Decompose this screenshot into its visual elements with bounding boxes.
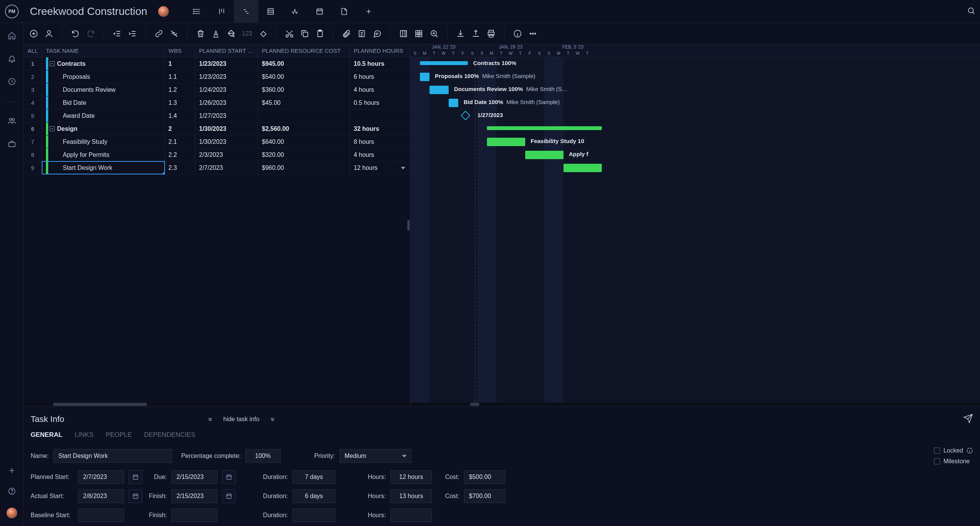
col-cost[interactable]: PLANNED RESOURCE COST [258, 44, 350, 57]
print-icon[interactable] [487, 29, 496, 38]
chevron-down-icon[interactable] [207, 416, 213, 422]
wbs-cell[interactable]: 2.2 [165, 148, 195, 161]
add-task-icon[interactable] [29, 29, 38, 38]
cost-cell[interactable]: $945.00 [258, 57, 350, 70]
link-icon[interactable] [154, 29, 163, 38]
cut-icon[interactable] [285, 29, 294, 38]
calendar-icon[interactable] [222, 489, 236, 503]
hide-task-info-button[interactable]: hide task info [223, 416, 259, 423]
gantt-h-scrollbar[interactable] [410, 402, 980, 406]
planned-hours-field[interactable]: 12 hours [390, 470, 432, 484]
col-task-name[interactable]: TASK NAME [42, 44, 165, 57]
task-name-cell[interactable]: Bid Date [42, 96, 165, 109]
row-number[interactable]: 8 [24, 148, 42, 161]
start-cell[interactable]: 1/30/2023 [195, 135, 258, 148]
view-add-icon[interactable] [356, 0, 381, 23]
due-field[interactable]: 2/15/2023 [172, 470, 217, 484]
gantt-bar[interactable] [564, 164, 602, 172]
row-number[interactable]: 7 [24, 135, 42, 148]
add-icon[interactable] [8, 466, 16, 476]
collapse-icon[interactable]: − [50, 126, 55, 131]
row-number[interactable]: 3 [24, 83, 42, 96]
planned-cost-field[interactable]: $500.00 [464, 470, 505, 484]
task-name-cell[interactable]: Feasibility Study [42, 135, 165, 148]
cost-cell[interactable] [258, 109, 350, 122]
logo[interactable]: PM [5, 5, 19, 18]
paste-icon[interactable] [315, 29, 325, 38]
hours-cell[interactable]: 6 hours [350, 70, 410, 83]
task-row[interactable]: 4Bid Date1.31/26/2023$45.000.5 hours [24, 96, 410, 109]
copy-icon[interactable] [300, 29, 309, 38]
actual-start-field[interactable]: 2/8/2023 [78, 489, 124, 503]
start-cell[interactable]: 2/7/2023 [195, 161, 258, 174]
planned-start-field[interactable]: 2/7/2023 [78, 470, 124, 484]
comment-icon[interactable] [372, 29, 382, 38]
outdent-icon[interactable] [113, 29, 122, 38]
export-icon[interactable] [471, 29, 480, 38]
project-avatar[interactable] [158, 6, 169, 17]
task-row[interactable]: 5Award Date1.41/27/2023 [24, 109, 410, 122]
row-number[interactable]: 6 [24, 122, 42, 135]
task-name-cell[interactable]: Apply for Permits [42, 148, 165, 161]
cost-cell[interactable]: $2,560.00 [258, 122, 350, 135]
hours-cell[interactable]: 4 hours [350, 83, 410, 96]
columns-icon[interactable] [399, 29, 408, 38]
priority-select[interactable]: Medium [340, 449, 412, 463]
view-sheet-icon[interactable] [258, 0, 283, 23]
start-cell[interactable]: 2/3/2023 [195, 148, 258, 161]
start-cell[interactable]: 1/23/2023 [195, 70, 258, 83]
hours-cell[interactable]: 8 hours [350, 135, 410, 148]
planned-duration-field[interactable]: 7 days [292, 470, 335, 484]
gantt-bar[interactable] [430, 86, 449, 94]
start-cell[interactable]: 1/26/2023 [195, 96, 258, 109]
gantt-chart[interactable]: JAN, 22 '23JAN, 29 '23FEB, 5 '23 SMTWTFS… [410, 44, 980, 406]
tab-people[interactable]: PEOPLE [106, 431, 132, 439]
info-icon[interactable] [513, 29, 522, 38]
grid-icon[interactable] [414, 29, 423, 38]
task-row[interactable]: 6−Design21/30/2023$2,560.0032 hours [24, 122, 410, 135]
cost-cell[interactable]: $640.00 [258, 135, 350, 148]
task-row[interactable]: 7Feasibility Study2.11/30/2023$640.008 h… [24, 135, 410, 148]
fill-color-icon[interactable] [227, 29, 236, 38]
view-calendar-icon[interactable] [307, 0, 332, 23]
assign-icon[interactable] [44, 29, 54, 38]
collapse-icon[interactable]: − [50, 61, 55, 66]
briefcase-icon[interactable] [8, 140, 16, 150]
send-icon[interactable] [963, 414, 973, 425]
col-all[interactable]: ALL [24, 44, 42, 57]
project-title[interactable]: Creekwood Construction [30, 5, 147, 18]
search-icon[interactable] [967, 7, 975, 16]
view-gantt-icon[interactable] [234, 0, 258, 23]
view-dashboard-icon[interactable] [283, 0, 307, 23]
milestone-checkbox[interactable] [934, 458, 940, 464]
view-file-icon[interactable] [332, 0, 356, 23]
home-icon[interactable] [8, 31, 16, 41]
more-icon[interactable] [528, 29, 537, 38]
cost-cell[interactable]: $320.00 [258, 148, 350, 161]
baseline-start-field[interactable] [78, 508, 124, 522]
wbs-cell[interactable]: 1.3 [165, 96, 195, 109]
indent-icon[interactable] [128, 29, 137, 38]
tab-links[interactable]: LINKS [75, 431, 93, 439]
wbs-cell[interactable]: 2.3 [165, 161, 195, 174]
task-name-cell[interactable]: Start Design Work [42, 161, 165, 174]
help-icon[interactable] [8, 487, 16, 497]
team-icon[interactable] [8, 117, 16, 127]
task-name-cell[interactable]: −Design [42, 122, 165, 135]
calendar-icon[interactable] [129, 470, 142, 484]
unlink-icon[interactable] [170, 29, 179, 38]
actual-hours-field[interactable]: 13 hours [390, 489, 432, 503]
task-row[interactable]: 2Proposals1.11/23/2023$540.006 hours [24, 70, 410, 83]
cost-cell[interactable]: $360.00 [258, 83, 350, 96]
name-field[interactable]: Start Design Work [53, 449, 172, 463]
gantt-bar[interactable] [449, 99, 458, 107]
gantt-bar[interactable] [487, 126, 602, 130]
calendar-icon[interactable] [129, 489, 142, 503]
task-name-cell[interactable]: Award Date [42, 109, 165, 122]
hours-cell[interactable]: 4 hours [350, 148, 410, 161]
hours-cell[interactable] [350, 109, 410, 122]
start-cell[interactable]: 1/27/2023 [195, 109, 258, 122]
hours-cell[interactable]: 12 hours [350, 161, 410, 174]
gantt-bar[interactable] [525, 151, 564, 159]
actual-finish-field[interactable]: 2/15/2023 [172, 489, 217, 503]
